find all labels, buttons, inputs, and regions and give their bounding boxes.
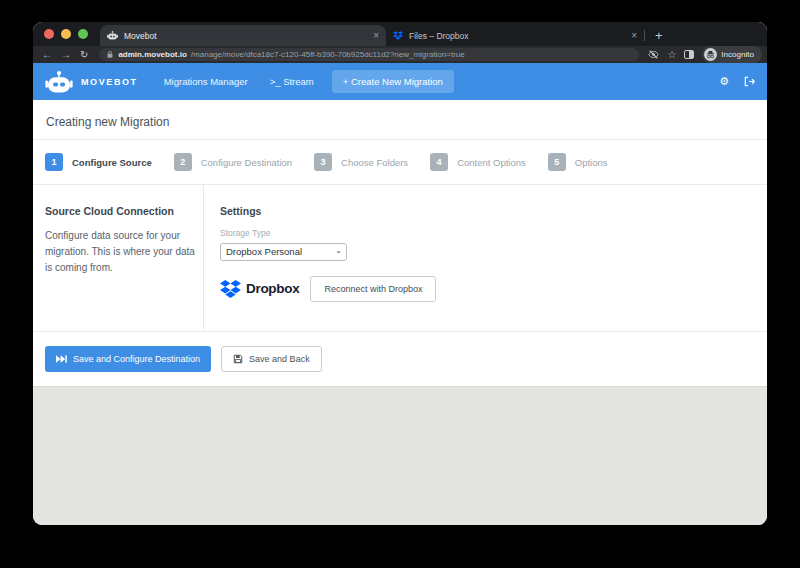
zoom-window-button[interactable] xyxy=(78,29,88,39)
step-label: Options xyxy=(575,157,608,168)
tab-strip: Movebot × Files – Dropbox × + xyxy=(33,22,767,46)
url-domain: admin.movebot.io xyxy=(118,50,186,59)
step-configure-destination[interactable]: 2 Configure Destination xyxy=(174,153,292,171)
tab-close-icon[interactable]: × xyxy=(631,31,637,41)
settings-gear-icon[interactable]: ⚙ xyxy=(719,76,729,87)
tab-separator xyxy=(644,30,645,41)
step-label: Content Options xyxy=(457,157,526,168)
address-bar[interactable]: admin.movebot.io/manage/move/dfca18c7-c1… xyxy=(99,48,639,61)
movebot-favicon xyxy=(107,31,118,40)
step-number: 2 xyxy=(174,153,192,171)
brand[interactable]: MOVEBOT xyxy=(45,71,138,93)
step-number: 5 xyxy=(548,153,566,171)
nav-migrations-manager[interactable]: Migrations Manager xyxy=(164,76,248,87)
step-number: 3 xyxy=(314,153,332,171)
logout-icon[interactable] xyxy=(743,76,755,87)
create-new-migration-button[interactable]: + Create New Migration xyxy=(332,70,454,93)
page-content: Creating new Migration 1 Configure Sourc… xyxy=(33,100,767,386)
brand-name: MOVEBOT xyxy=(81,77,138,87)
button-label: Save and Configure Destination xyxy=(73,354,200,364)
side-panel-icon[interactable] xyxy=(684,50,694,59)
save-and-configure-destination-button[interactable]: Save and Configure Destination xyxy=(45,346,211,372)
app-header: MOVEBOT Migrations Manager >_ Stream + C… xyxy=(33,63,767,100)
save-icon xyxy=(233,354,243,364)
tab-movebot[interactable]: Movebot × xyxy=(100,25,386,46)
bookmark-star-icon[interactable]: ☆ xyxy=(667,50,676,60)
page-background-area xyxy=(33,386,767,525)
step-label: Configure Destination xyxy=(201,157,292,168)
app-nav: Migrations Manager >_ Stream xyxy=(164,76,314,87)
tab-title: Movebot xyxy=(124,31,157,41)
incognito-badge[interactable]: Incognito xyxy=(702,46,761,63)
reconnect-dropbox-button[interactable]: Reconnect with Dropbox xyxy=(310,276,436,302)
dropbox-favicon xyxy=(393,31,403,40)
tab-close-icon[interactable]: × xyxy=(373,31,379,41)
wizard-steps: 1 Configure Source 2 Configure Destinati… xyxy=(33,140,767,185)
new-tab-button[interactable]: + xyxy=(655,28,663,43)
back-icon[interactable]: ← xyxy=(42,50,52,60)
page-title: Creating new Migration xyxy=(33,100,767,139)
button-label: Save and Back xyxy=(249,354,310,364)
step-label: Choose Folders xyxy=(341,157,408,168)
traffic-lights xyxy=(44,29,88,39)
incognito-avatar-icon xyxy=(704,48,717,61)
tab-title: Files – Dropbox xyxy=(409,31,469,41)
action-footer: Save and Configure Destination Save and … xyxy=(33,331,767,386)
browser-toolbar: ← → ↻ admin.movebot.io/manage/move/dfca1… xyxy=(33,46,767,63)
vertical-divider xyxy=(203,185,204,331)
step-configure-source[interactable]: 1 Configure Source xyxy=(45,153,152,171)
step-options[interactable]: 5 Options xyxy=(548,153,608,171)
fast-forward-icon xyxy=(56,355,67,363)
step-label: Configure Source xyxy=(72,157,152,168)
save-and-back-button[interactable]: Save and Back xyxy=(221,346,322,372)
eye-blocked-icon[interactable] xyxy=(648,50,659,59)
incognito-label: Incognito xyxy=(721,50,753,59)
storage-type-label: Storage Type xyxy=(220,228,436,238)
dropbox-wordmark: Dropbox xyxy=(246,281,299,296)
storage-type-select[interactable]: Dropbox Personal xyxy=(220,243,347,261)
source-connection-title: Source Cloud Connection xyxy=(45,205,203,217)
tab-dropbox[interactable]: Files – Dropbox × xyxy=(386,25,644,46)
close-window-button[interactable] xyxy=(44,29,54,39)
nav-stream[interactable]: >_ Stream xyxy=(270,76,314,87)
dropbox-glyph-icon xyxy=(220,280,241,298)
source-connection-description: Configure data source for your migration… xyxy=(45,228,195,276)
source-panel: Source Cloud Connection Configure data s… xyxy=(33,185,767,331)
lock-icon xyxy=(106,50,114,59)
step-number: 1 xyxy=(45,153,63,171)
step-content-options[interactable]: 4 Content Options xyxy=(430,153,526,171)
dropbox-logo: Dropbox xyxy=(220,280,299,298)
url-path: /manage/move/dfca18c7-c120-45ff-b390-70b… xyxy=(191,50,465,59)
forward-icon[interactable]: → xyxy=(61,50,71,60)
reload-icon[interactable]: ↻ xyxy=(80,50,88,60)
movebot-logo-icon xyxy=(45,71,73,93)
browser-window: Movebot × Files – Dropbox × + ← → ↻ admi… xyxy=(33,22,767,525)
step-number: 4 xyxy=(430,153,448,171)
step-choose-folders[interactable]: 3 Choose Folders xyxy=(314,153,408,171)
settings-title: Settings xyxy=(220,205,436,217)
minimize-window-button[interactable] xyxy=(61,29,71,39)
